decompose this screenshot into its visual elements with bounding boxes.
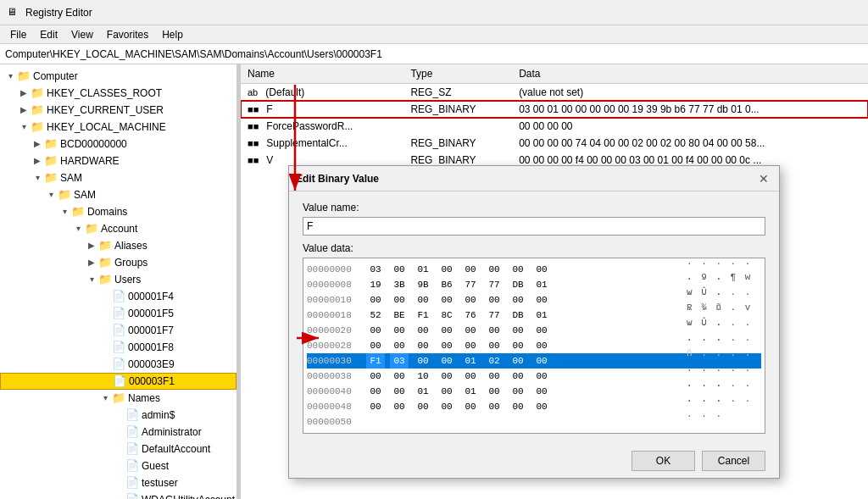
hex-byte[interactable]: 00 [485,399,504,414]
menu-item-help[interactable]: Help [155,27,190,42]
tree-item-000001f7[interactable]: 📄000001F7 [0,322,236,339]
tree-item-domains[interactable]: ▾📁Domains [0,203,236,220]
tree-expand-arrow[interactable]: ▾ [44,188,58,202]
tree-item-hkey_current_user[interactable]: ▶📁HKEY_CURRENT_USER [0,102,236,119]
cancel-button[interactable]: Cancel [702,451,765,471]
hex-byte[interactable]: 00 [485,292,504,308]
hex-byte[interactable]: 00 [437,384,456,399]
registry-row[interactable]: ■■ SupplementalCr...REG_BINARY00 00 00 0… [241,135,868,152]
tree-item-000003f1[interactable]: 📄000003F1 [0,373,236,390]
hex-byte[interactable]: 00 [509,323,527,338]
hex-byte[interactable]: 00 [390,399,409,414]
hex-byte[interactable]: 00 [461,292,480,308]
hex-byte[interactable]: 00 [414,323,432,338]
menu-item-favorites[interactable]: Favorites [100,27,155,42]
tree-expand-arrow[interactable]: ▶ [31,137,44,151]
registry-row[interactable]: ab (Default)REG_SZ(value not set) [241,84,868,102]
tree-expand-arrow[interactable]: ▶ [31,154,44,168]
hex-byte[interactable]: 00 [366,369,385,384]
hex-byte[interactable]: B6 [437,277,456,292]
hex-byte[interactable]: 00 [532,384,551,399]
hex-byte[interactable]: 00 [485,338,504,353]
hex-byte[interactable]: 8C [437,308,456,323]
tree-item-defaultaccount[interactable]: 📄DefaultAccount [0,441,236,457]
hex-byte[interactable]: 00 [437,338,456,353]
ok-button[interactable]: OK [632,451,695,471]
hex-byte[interactable]: 01 [532,277,551,292]
hex-byte[interactable]: 00 [485,323,504,338]
hex-byte[interactable]: 00 [366,384,385,399]
hex-byte[interactable]: DB [509,308,527,323]
tree-item-aliases[interactable]: ▶📁Aliases [0,237,236,254]
tree-panel[interactable]: ▾📁Computer▶📁HKEY_CLASSES_ROOT▶📁HKEY_CURR… [0,64,237,499]
tree-item-computer[interactable]: ▾📁Computer [0,68,236,85]
tree-item-admin$[interactable]: 📄admin$ [0,407,236,424]
hex-byte[interactable]: 77 [485,308,504,323]
tree-item-wdagutilityaccount[interactable]: 📄WDAGUtilityAccount [0,491,236,499]
tree-expand-arrow[interactable]: ▾ [58,205,71,219]
hex-byte[interactable]: 00 [461,323,480,338]
hex-byte[interactable]: 76 [461,308,480,323]
tree-item-guest[interactable]: 📄Guest [0,457,236,474]
tree-item-names[interactable]: ▾📁Names [0,390,236,407]
hex-byte[interactable]: 00 [437,369,456,384]
hex-byte[interactable]: 01 [414,262,432,277]
hex-byte[interactable]: 00 [366,292,385,308]
hex-byte[interactable]: 00 [390,323,409,338]
tree-item-sam[interactable]: ▾📁SAM [0,186,236,203]
hex-byte[interactable]: DB [509,277,527,292]
hex-byte[interactable]: 03 [366,262,385,277]
hex-byte[interactable]: 9B [414,277,432,292]
hex-byte[interactable]: F1 [414,308,432,323]
tree-item-sam[interactable]: ▾📁SAM [0,169,236,186]
tree-item-testuser[interactable]: 📄testuser [0,474,236,491]
hex-byte[interactable]: 01 [414,384,432,399]
hex-byte[interactable]: 00 [509,338,527,353]
tree-expand-arrow[interactable]: ▾ [17,120,31,134]
hex-byte[interactable]: 00 [366,338,385,353]
hex-byte[interactable]: 00 [461,369,480,384]
hex-byte[interactable]: 00 [414,399,432,414]
hex-byte[interactable]: 00 [532,353,551,369]
tree-item-000003e9[interactable]: 📄000003E9 [0,356,236,373]
hex-byte[interactable]: 00 [509,292,527,308]
value-name-input[interactable] [303,217,765,236]
tree-expand-arrow[interactable]: ▾ [31,171,44,185]
tree-item-hardware[interactable]: ▶📁HARDWARE [0,152,236,169]
hex-byte[interactable]: 00 [390,338,409,353]
hex-byte[interactable]: 00 [437,323,456,338]
hex-byte[interactable]: 02 [485,353,504,369]
hex-byte[interactable]: 01 [461,384,480,399]
tree-item-hkey_classes_root[interactable]: ▶📁HKEY_CLASSES_ROOT [0,85,236,102]
hex-byte[interactable]: 00 [532,323,551,338]
hex-byte[interactable]: 00 [509,262,527,277]
hex-byte[interactable]: 00 [390,262,409,277]
hex-byte[interactable]: 00 [437,262,456,277]
hex-byte[interactable]: 00 [414,353,432,369]
hex-byte[interactable]: 00 [461,338,480,353]
hex-byte[interactable]: 00 [366,399,385,414]
hex-byte[interactable]: 00 [532,292,551,308]
hex-byte[interactable]: 00 [532,369,551,384]
tree-expand-arrow[interactable]: ▶ [85,239,98,252]
tree-item-groups[interactable]: ▶📁Groups [0,254,236,271]
hex-byte[interactable]: 19 [366,277,385,292]
hex-byte[interactable]: 00 [532,262,551,277]
registry-row[interactable]: ■■ FREG_BINARY03 00 01 00 00 00 00 00 19… [241,101,868,118]
menu-item-file[interactable]: File [3,27,33,42]
tree-expand-arrow[interactable]: ▶ [17,86,31,100]
hex-byte[interactable]: 00 [485,369,504,384]
menu-item-view[interactable]: View [64,27,100,42]
tree-expand-arrow[interactable]: ▾ [3,69,17,83]
hex-byte[interactable]: F1 [366,353,385,369]
hex-byte[interactable]: 00 [509,399,527,414]
hex-editor[interactable]: 000000000300010000000000. . . . . . . .0… [303,258,765,434]
tree-item-users[interactable]: ▾📁Users [0,271,236,288]
dialog-close-button[interactable]: ✕ [755,170,772,187]
hex-byte[interactable]: 03 [390,353,409,369]
hex-byte[interactable]: 00 [390,369,409,384]
hex-byte[interactable]: 00 [509,353,527,369]
hex-byte[interactable]: 00 [532,399,551,414]
hex-byte[interactable]: 10 [414,369,432,384]
tree-item-administrator[interactable]: 📄Administrator [0,424,236,441]
